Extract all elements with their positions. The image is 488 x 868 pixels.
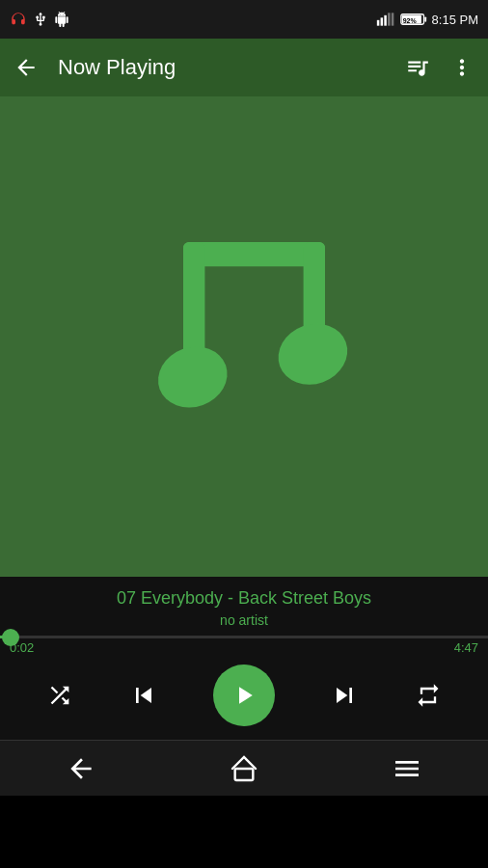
page-title: Now Playing xyxy=(58,55,176,80)
play-button[interactable] xyxy=(213,665,275,726)
previous-button[interactable] xyxy=(128,680,159,711)
svg-rect-10 xyxy=(183,242,204,364)
progress-times: 0:02 4:47 xyxy=(0,638,488,655)
svg-rect-1 xyxy=(380,17,383,25)
svg-rect-14 xyxy=(235,769,254,780)
repeat-icon xyxy=(415,682,442,709)
battery-icon: 92% xyxy=(400,12,427,27)
svg-rect-3 xyxy=(388,13,391,25)
progress-track[interactable] xyxy=(0,636,488,638)
nav-back-button[interactable] xyxy=(66,753,96,784)
queue-music-icon xyxy=(405,55,430,80)
back-button[interactable] xyxy=(14,55,39,80)
more-vertical-icon xyxy=(449,55,474,80)
svg-rect-4 xyxy=(391,13,393,25)
play-icon xyxy=(230,681,258,710)
status-right: 92% 92% 8:15 PM xyxy=(376,12,478,27)
shuffle-button[interactable] xyxy=(46,682,73,709)
nav-menu-button[interactable] xyxy=(392,753,422,784)
album-art-area xyxy=(0,96,488,577)
svg-rect-11 xyxy=(304,242,325,337)
next-button[interactable] xyxy=(329,680,360,711)
usb-icon xyxy=(33,12,48,27)
progress-thumb[interactable] xyxy=(2,629,19,646)
svg-rect-6 xyxy=(424,16,426,21)
signal-icon xyxy=(376,12,395,27)
more-options-button[interactable] xyxy=(449,55,474,80)
nav-home-icon xyxy=(229,753,259,784)
android-icon xyxy=(54,12,69,27)
track-artist: no artist xyxy=(0,612,488,628)
time-display: 8:15 PM xyxy=(432,13,478,27)
app-bar-actions xyxy=(405,55,474,80)
headphone-icon xyxy=(10,11,27,28)
status-bar: 92% 92% 8:15 PM xyxy=(0,0,488,39)
nav-menu-icon xyxy=(392,753,422,784)
svg-rect-2 xyxy=(384,15,387,26)
back-arrow-icon xyxy=(14,55,39,80)
nav-back-icon xyxy=(66,753,96,784)
progress-container[interactable]: 0:02 4:47 xyxy=(0,628,488,655)
queue-music-button[interactable] xyxy=(405,55,430,80)
shuffle-icon xyxy=(46,682,73,709)
status-icons xyxy=(10,11,69,28)
nav-home-button[interactable] xyxy=(229,753,259,784)
controls-row xyxy=(0,655,488,740)
svg-point-12 xyxy=(149,338,235,418)
skip-next-icon xyxy=(329,680,360,711)
svg-point-13 xyxy=(270,314,356,394)
app-bar: Now Playing xyxy=(0,39,488,96)
track-title: 07 Everybody - Back Street Boys xyxy=(0,588,488,609)
skip-previous-icon xyxy=(128,680,159,711)
music-note-icon xyxy=(109,202,379,472)
repeat-button[interactable] xyxy=(415,682,442,709)
svg-text:92%: 92% xyxy=(402,17,417,24)
total-time: 4:47 xyxy=(454,640,478,655)
svg-rect-0 xyxy=(376,20,379,26)
player-area: 07 Everybody - Back Street Boys no artis… xyxy=(0,577,488,740)
bottom-nav xyxy=(0,740,488,796)
